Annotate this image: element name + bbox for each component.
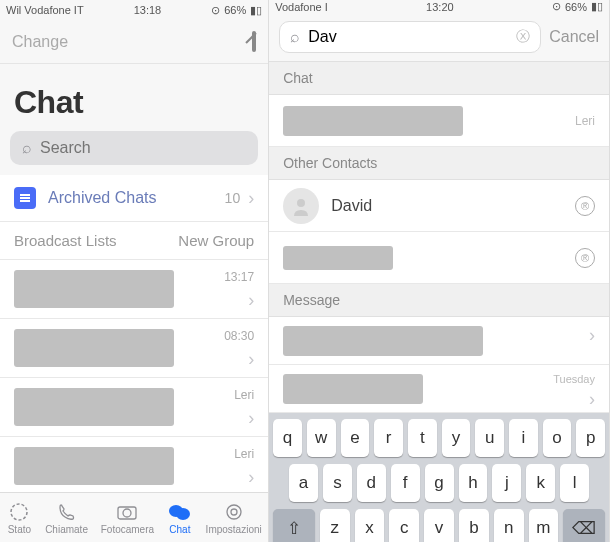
chat-row[interactable]: Leri› — [0, 378, 268, 437]
chat-preview-redacted — [14, 270, 174, 308]
key-x[interactable]: x — [355, 509, 385, 542]
key-e[interactable]: e — [341, 419, 370, 457]
carrier-label: Wil Vodafone IT — [6, 4, 84, 16]
search-field[interactable]: ⌕ ⓧ — [279, 21, 541, 53]
keyboard-row: q w e r t y u i o p — [273, 419, 605, 457]
compose-icon — [252, 31, 256, 52]
chat-preview-redacted — [14, 447, 174, 485]
key-u[interactable]: u — [475, 419, 504, 457]
key-j[interactable]: j — [492, 464, 521, 502]
key-n[interactable]: n — [494, 509, 524, 542]
search-header: ⌕ ⓧ Cancel — [269, 13, 609, 62]
change-button[interactable]: Change — [12, 33, 68, 51]
svg-point-4 — [176, 508, 190, 520]
chat-list: 13:17› 08:30› Leri› Leri› Ieri› — [0, 260, 268, 492]
chat-row[interactable]: 13:17› — [0, 260, 268, 319]
key-m[interactable]: m — [529, 509, 559, 542]
chevron-right-icon: › — [248, 290, 254, 311]
new-group-button[interactable]: New Group — [178, 232, 254, 249]
chat-row[interactable]: 08:30› — [0, 319, 268, 378]
phone-icon — [54, 501, 80, 523]
key-shift[interactable]: ⇧ — [273, 509, 315, 542]
contact-redacted — [283, 246, 393, 270]
tab-chat[interactable]: Chat — [167, 501, 193, 535]
status-bar: Wil Vodafone IT 13:18 ⊙ 66% ▮▯ — [0, 0, 268, 20]
battery-icon: ⊙ — [211, 4, 220, 17]
chat-redacted — [283, 106, 463, 136]
key-backspace[interactable]: ⌫ — [563, 509, 605, 542]
info-badge-icon[interactable]: ® — [575, 196, 595, 216]
status-time: 13:18 — [134, 4, 162, 16]
key-t[interactable]: t — [408, 419, 437, 457]
chat-row[interactable]: Leri› — [0, 437, 268, 492]
tab-camera[interactable]: Fotocamera — [101, 501, 154, 535]
tab-label: Fotocamera — [101, 524, 154, 535]
broadcast-lists-button[interactable]: Broadcast Lists — [14, 232, 117, 249]
compose-button[interactable] — [252, 33, 256, 51]
list-actions-row: Broadcast Lists New Group — [0, 222, 268, 260]
cancel-button[interactable]: Cancel — [549, 28, 599, 46]
key-p[interactable]: p — [576, 419, 605, 457]
battery-label: 66% — [565, 1, 587, 13]
key-v[interactable]: v — [424, 509, 454, 542]
key-f[interactable]: f — [391, 464, 420, 502]
tab-settings[interactable]: Impostazioni — [206, 501, 262, 535]
info-badge-icon[interactable]: ® — [575, 248, 595, 268]
key-h[interactable]: h — [459, 464, 488, 502]
key-y[interactable]: y — [442, 419, 471, 457]
chevron-right-icon: › — [589, 389, 595, 410]
status-icon — [6, 501, 32, 523]
archived-chats-row[interactable]: Archived Chats 10 › — [0, 175, 268, 222]
chat-icon — [167, 501, 193, 523]
battery-shape-icon: ▮▯ — [591, 0, 603, 13]
key-q[interactable]: q — [273, 419, 302, 457]
message-row[interactable]: Tuesday› — [269, 365, 609, 413]
chat-result-row[interactable]: Leri — [269, 95, 609, 147]
tab-status[interactable]: Stato — [6, 501, 32, 535]
key-r[interactable]: r — [374, 419, 403, 457]
key-c[interactable]: c — [389, 509, 419, 542]
gear-icon — [221, 501, 247, 523]
battery-shape-icon: ▮▯ — [250, 4, 262, 17]
message-redacted — [283, 374, 423, 404]
keyboard-row: ⇧ z x c v b n m ⌫ — [273, 509, 605, 542]
key-o[interactable]: o — [543, 419, 572, 457]
section-chat: Chat — [269, 62, 609, 95]
search-input[interactable] — [40, 139, 246, 157]
message-redacted — [283, 326, 483, 356]
status-bar: Vodafone I 13:20 ⊙ 66% ▮▯ — [269, 0, 609, 13]
chevron-right-icon: › — [248, 467, 254, 488]
key-g[interactable]: g — [425, 464, 454, 502]
carrier-label: Vodafone I — [275, 1, 328, 13]
archived-label: Archived Chats — [48, 189, 225, 207]
phone-left: Wil Vodafone IT 13:18 ⊙ 66% ▮▯ Change Ch… — [0, 0, 269, 542]
search-input[interactable] — [308, 28, 508, 46]
chevron-right-icon: › — [248, 408, 254, 429]
battery-label: 66% — [224, 4, 246, 16]
search-field[interactable]: ⌕ — [10, 131, 258, 165]
key-s[interactable]: s — [323, 464, 352, 502]
key-i[interactable]: i — [509, 419, 538, 457]
search-icon: ⌕ — [290, 28, 300, 46]
tab-calls[interactable]: Chiamate — [45, 501, 88, 535]
key-w[interactable]: w — [307, 419, 336, 457]
svg-point-7 — [297, 199, 305, 207]
contact-row[interactable]: David ® — [269, 180, 609, 232]
chat-preview-redacted — [14, 388, 174, 426]
tab-label: Impostazioni — [206, 524, 262, 535]
key-d[interactable]: d — [357, 464, 386, 502]
chevron-right-icon: › — [589, 325, 595, 346]
chat-preview-redacted — [14, 329, 174, 367]
chat-time: Leri — [575, 114, 595, 128]
key-k[interactable]: k — [526, 464, 555, 502]
chat-time: 08:30 — [224, 329, 254, 343]
clear-icon[interactable]: ⓧ — [516, 28, 530, 46]
chevron-right-icon: › — [248, 349, 254, 370]
contact-name: David — [331, 197, 563, 215]
key-b[interactable]: b — [459, 509, 489, 542]
key-l[interactable]: l — [560, 464, 589, 502]
message-row[interactable]: › — [269, 317, 609, 365]
key-z[interactable]: z — [320, 509, 350, 542]
key-a[interactable]: a — [289, 464, 318, 502]
contact-row[interactable]: ® — [269, 232, 609, 284]
